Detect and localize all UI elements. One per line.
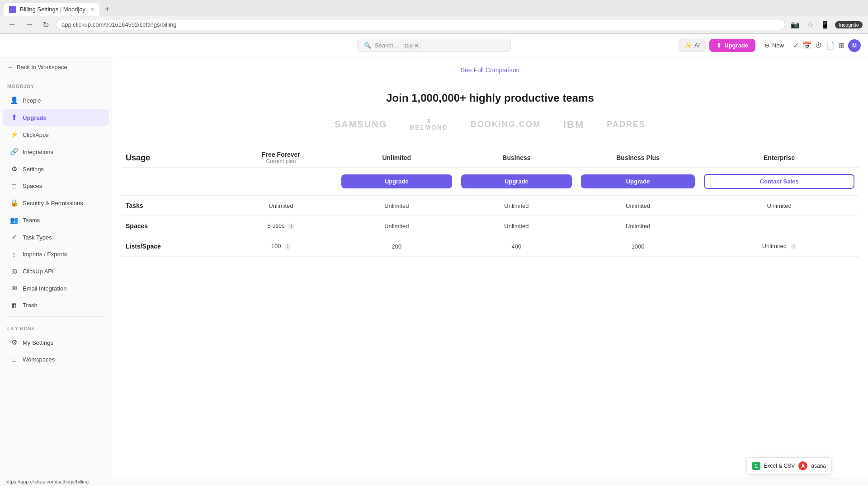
- sidebar-item-integrations[interactable]: 🔗 Integrations: [3, 144, 109, 160]
- bookmark-icon[interactable]: ☆: [805, 19, 815, 31]
- sidebar-settings-label: Settings: [23, 166, 44, 173]
- see-comparison-section: See Full Comparison: [112, 57, 868, 83]
- new-tab-button[interactable]: +: [101, 3, 113, 16]
- tasks-free: Unlimited: [225, 196, 337, 216]
- excel-label: Excel & CSV: [764, 463, 795, 469]
- plan-name-free: Free Forever: [230, 151, 332, 158]
- plan-header-row: Usage Free Forever Current plan Unlimite…: [121, 145, 859, 168]
- ibm-logo: IBM: [563, 119, 584, 131]
- forward-button[interactable]: →: [23, 19, 36, 30]
- tab-title: Billing Settings | Moodjoy: [20, 6, 85, 13]
- imports-icon: ↕: [10, 250, 18, 258]
- sidebar-workspaces-label: Workspaces: [23, 356, 55, 363]
- security-icon: 🔒: [10, 199, 18, 207]
- sidebar-item-upgrade[interactable]: ⬆ Upgrade: [3, 109, 109, 126]
- sidebar-item-workspaces[interactable]: □ Workspaces: [3, 352, 109, 367]
- top-bar: 🔍 Search... Ctrl+K ✨ AI ⬆ Upgrade ⊕ New …: [0, 34, 868, 57]
- plan-header-unlimited: Unlimited: [337, 145, 457, 168]
- sidebar-item-trash[interactable]: 🗑 Trash: [3, 297, 109, 313]
- sidebar-item-clickup-api[interactable]: ◎ ClickUp API: [3, 263, 109, 279]
- spaces-info-icon[interactable]: i: [288, 223, 294, 230]
- plan-name-unlimited: Unlimited: [341, 154, 452, 161]
- sidebar-item-teams[interactable]: 👥 Teams: [3, 212, 109, 228]
- search-icon: 🔍: [364, 42, 371, 49]
- sidebar-item-settings[interactable]: ⚙ Settings: [3, 161, 109, 177]
- sidebar-item-my-settings[interactable]: ⚙ My Settings: [3, 334, 109, 351]
- excel-icon: E: [752, 462, 760, 470]
- refresh-button[interactable]: ↻: [40, 19, 52, 31]
- tab-favicon: [9, 6, 16, 13]
- lists-info-icon[interactable]: i: [284, 244, 291, 250]
- tasks-business-plus: Unlimited: [576, 196, 699, 216]
- content-area: See Full Comparison Join 1,000,000+ high…: [112, 57, 868, 477]
- back-arrow-icon: ←: [7, 64, 13, 70]
- tasks-unlimited: Unlimited: [337, 196, 457, 216]
- browser-chrome: Billing Settings | Moodjoy × + ← → ↻ app…: [0, 0, 868, 34]
- spaces-business: Unlimited: [457, 216, 576, 236]
- ai-button[interactable]: ✨ AI: [679, 39, 706, 52]
- sidebar-upgrade-label: Upgrade: [23, 114, 47, 121]
- upgrade-button[interactable]: ⬆ Upgrade: [709, 39, 755, 52]
- user-avatar[interactable]: M: [848, 39, 861, 52]
- tab-close-button[interactable]: ×: [91, 6, 94, 13]
- plus-icon: ⊕: [764, 42, 769, 49]
- clock-icon[interactable]: ⏱: [815, 42, 822, 50]
- camera-icon[interactable]: 📷: [789, 19, 802, 31]
- tasks-label: Tasks: [121, 196, 225, 216]
- sidebar-api-label: ClickUp API: [23, 268, 54, 275]
- sidebar-item-people[interactable]: 👤 People: [3, 92, 109, 108]
- import-popup[interactable]: E Excel & CSV A asana: [746, 457, 832, 474]
- upgrade-business-plus-button[interactable]: Upgrade: [581, 174, 695, 188]
- back-to-workspace-button[interactable]: ← Back to Workspace: [0, 57, 112, 77]
- spaces-icon: □: [10, 182, 18, 190]
- business-plus-action-cell: Upgrade: [576, 168, 699, 196]
- integrations-icon: 🔗: [10, 148, 18, 156]
- check-icon[interactable]: ✓: [793, 41, 799, 50]
- lists-business: 400: [457, 236, 576, 257]
- sidebar-item-security[interactable]: 🔒 Security & Permissions: [3, 195, 109, 211]
- sidebar-item-task-types[interactable]: ✓ Task Types: [3, 229, 109, 245]
- sidebar-item-email[interactable]: ✉ Email Integration: [3, 280, 109, 296]
- docs-icon[interactable]: 📄: [826, 41, 835, 50]
- clickapps-icon: ⚡: [10, 131, 18, 139]
- usage-header: Usage: [121, 145, 225, 168]
- back-to-workspace-label: Back to Workspace: [17, 64, 67, 70]
- empty-cell: [121, 168, 225, 196]
- main-layout: ← Back to Workspace MOODJOY 👤 People ⬆ U…: [0, 57, 868, 477]
- address-bar[interactable]: app.clickup.com/9016164592/settings/bill…: [56, 19, 785, 30]
- back-button[interactable]: ←: [5, 19, 19, 30]
- sidebar-item-imports[interactable]: ↕ Imports / Exports: [3, 246, 109, 262]
- spaces-business-plus: Unlimited: [576, 216, 699, 236]
- incognito-badge: Incognito: [835, 21, 863, 28]
- device-icon[interactable]: 📱: [819, 19, 831, 31]
- email-icon: ✉: [10, 284, 18, 292]
- sidebar-item-spaces[interactable]: □ Spaces: [3, 178, 109, 194]
- lists-enterprise-info-icon[interactable]: i: [790, 244, 797, 250]
- api-icon: ◎: [10, 267, 18, 275]
- contact-sales-button[interactable]: Contact Sales: [704, 174, 854, 189]
- spaces-free: 5 uses i: [225, 216, 337, 236]
- spaces-enterprise: [699, 216, 859, 236]
- plan-header-business-plus: Business Plus: [576, 145, 699, 168]
- teams-icon: 👥: [10, 216, 18, 224]
- sidebar-people-label: People: [23, 97, 41, 104]
- spaces-label: Spaces: [121, 216, 225, 236]
- upgrade-business-button[interactable]: Upgrade: [461, 174, 572, 188]
- sidebar-divider: [7, 316, 104, 317]
- active-tab[interactable]: Billing Settings | Moodjoy ×: [4, 3, 99, 16]
- new-label: New: [772, 42, 784, 49]
- upgrade-unlimited-button[interactable]: Upgrade: [341, 174, 452, 188]
- sidebar-trash-label: Trash: [23, 302, 38, 309]
- see-full-comparison-link[interactable]: See Full Comparison: [461, 66, 520, 74]
- trash-icon: 🗑: [10, 301, 18, 309]
- grid-icon[interactable]: ⊞: [839, 41, 844, 50]
- user-section-label: LILY ROSE: [0, 319, 112, 334]
- lists-enterprise: Unlimited i: [699, 236, 859, 257]
- sidebar-item-clickapps[interactable]: ⚡ ClickApps: [3, 127, 109, 143]
- calendar-icon[interactable]: 📅: [802, 41, 811, 50]
- top-bar-right: ✨ AI ⬆ Upgrade ⊕ New ✓ 📅 ⏱ 📄 ⊞ M: [679, 39, 861, 52]
- search-bar[interactable]: 🔍 Search... Ctrl+K: [357, 39, 511, 52]
- status-url: https://app.clickup.com/settings/billing: [5, 479, 89, 484]
- ai-label: AI: [694, 42, 700, 49]
- new-button[interactable]: ⊕ New: [759, 39, 789, 52]
